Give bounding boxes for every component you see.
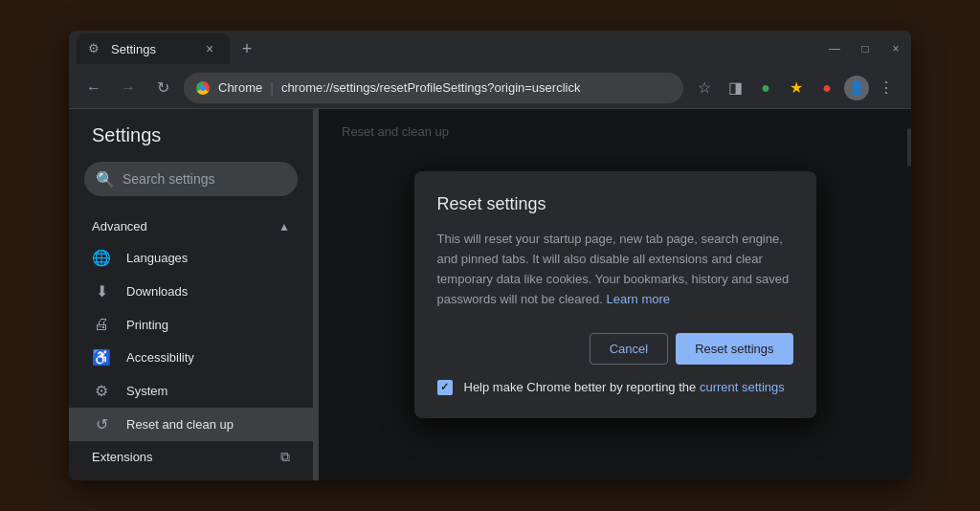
- nav-icons: ☆ ◨ ● ★ ● 👤 ⋮: [691, 75, 900, 101]
- forward-button[interactable]: →: [115, 75, 142, 101]
- sidebar-item-languages[interactable]: 🌐 Languages: [69, 241, 313, 275]
- close-window-button[interactable]: ×: [888, 42, 903, 56]
- title-bar: ⚙ Settings × + — □ ×: [69, 31, 911, 67]
- site-icon: [195, 80, 211, 96]
- advanced-label: Advanced: [92, 219, 147, 233]
- record-icon[interactable]: ●: [813, 75, 840, 101]
- downloads-icon: ⬇: [92, 282, 111, 300]
- dialog-actions: Cancel Reset settings: [437, 333, 793, 365]
- address-url: chrome://settings/resetProfileSettings?o…: [281, 80, 581, 95]
- url-end: /resetProfileSettings?origin=userclick: [376, 80, 581, 95]
- advanced-section-header[interactable]: Advanced ▲: [69, 211, 313, 241]
- menu-icon[interactable]: ⋮: [873, 75, 900, 101]
- accessibility-label: Accessibility: [126, 350, 194, 365]
- url-start: chrome://: [281, 80, 333, 95]
- search-placeholder: Search settings: [122, 171, 215, 187]
- minimize-button[interactable]: —: [827, 42, 842, 56]
- downloads-label: Downloads: [126, 284, 188, 299]
- profile-badge-icon[interactable]: ◨: [722, 75, 748, 101]
- extensions-label: Extensions: [92, 450, 153, 464]
- sidebar-item-reset[interactable]: ↺ Reset and clean up: [69, 408, 313, 441]
- printing-label: Printing: [126, 318, 168, 332]
- browser-window: ⚙ Settings × + — □ × ← → ↻ Chrome | chro…: [69, 31, 911, 480]
- sidebar-extensions[interactable]: Extensions ⧉: [69, 441, 313, 473]
- checkbox-row: ✓ Help make Chrome better by reporting t…: [437, 380, 793, 395]
- address-prefix: Chrome: [218, 80, 262, 95]
- maximize-button[interactable]: □: [858, 42, 873, 56]
- modal-overlay: Reset settings This will reset your star…: [319, 109, 911, 480]
- browser-tab[interactable]: ⚙ Settings ×: [77, 33, 230, 64]
- sidebar-item-accessibility[interactable]: ♿ Accessibility: [69, 341, 313, 374]
- printing-icon: 🖨: [92, 316, 111, 333]
- system-icon: ⚙: [92, 382, 111, 400]
- sidebar: Settings 🔍 Search settings Advanced ▲ 🌐 …: [69, 109, 314, 480]
- sync-icon[interactable]: ●: [752, 75, 779, 101]
- refresh-button[interactable]: ↻: [149, 75, 176, 101]
- help-chrome-checkbox[interactable]: ✓: [437, 380, 453, 395]
- reset-icon: ↺: [92, 415, 111, 433]
- cancel-button[interactable]: Cancel: [590, 333, 668, 365]
- languages-icon: 🌐: [92, 249, 111, 267]
- sidebar-item-printing[interactable]: 🖨 Printing: [69, 308, 313, 341]
- languages-label: Languages: [126, 251, 188, 265]
- current-settings-link[interactable]: current settings: [700, 380, 785, 394]
- checkbox-label: Help make Chrome better by reporting the…: [464, 380, 785, 394]
- content-area: Settings 🔍 Search settings Advanced ▲ 🌐 …: [69, 109, 911, 480]
- checkmark-icon: ✓: [440, 381, 449, 393]
- tab-favicon-icon: ⚙: [88, 41, 103, 56]
- url-highlight: settings: [333, 80, 376, 95]
- external-link-icon: ⧉: [280, 449, 290, 465]
- sidebar-item-system[interactable]: ⚙ System: [69, 374, 313, 408]
- settings-title: Settings: [69, 124, 313, 162]
- avatar[interactable]: 👤: [844, 76, 869, 100]
- dialog-body: This will reset your startup page, new t…: [437, 230, 793, 309]
- window-controls: — □ ×: [827, 42, 903, 56]
- navigation-bar: ← → ↻ Chrome | chrome://settings/resetPr…: [69, 67, 911, 109]
- main-content: Reset and clean up Reset settings This w…: [319, 109, 911, 480]
- learn-more-link[interactable]: Learn more: [607, 292, 670, 306]
- reset-settings-button[interactable]: Reset settings: [676, 333, 792, 365]
- bookmark-icon[interactable]: ☆: [691, 75, 718, 101]
- reset-label: Reset and clean up: [126, 417, 234, 432]
- sidebar-item-about[interactable]: About Chrome: [69, 473, 313, 480]
- system-label: System: [126, 384, 167, 398]
- tab-title: Settings: [111, 42, 193, 56]
- tab-close-button[interactable]: ×: [201, 40, 218, 57]
- address-separator: |: [270, 80, 274, 96]
- dialog-title: Reset settings: [437, 194, 793, 214]
- advanced-chevron-icon: ▲: [278, 220, 290, 233]
- checkbox-label-start: Help make Chrome better by reporting the: [464, 380, 697, 394]
- accessibility-icon: ♿: [92, 348, 111, 367]
- star-icon[interactable]: ★: [783, 75, 810, 101]
- back-button[interactable]: ←: [80, 75, 107, 101]
- reset-settings-dialog: Reset settings This will reset your star…: [414, 171, 816, 417]
- search-icon: 🔍: [96, 170, 115, 189]
- new-tab-button[interactable]: +: [234, 35, 260, 62]
- sidebar-item-downloads[interactable]: ⬇ Downloads: [69, 275, 313, 308]
- search-bar[interactable]: 🔍 Search settings: [84, 162, 298, 196]
- address-bar[interactable]: Chrome | chrome://settings/resetProfileS…: [184, 73, 683, 103]
